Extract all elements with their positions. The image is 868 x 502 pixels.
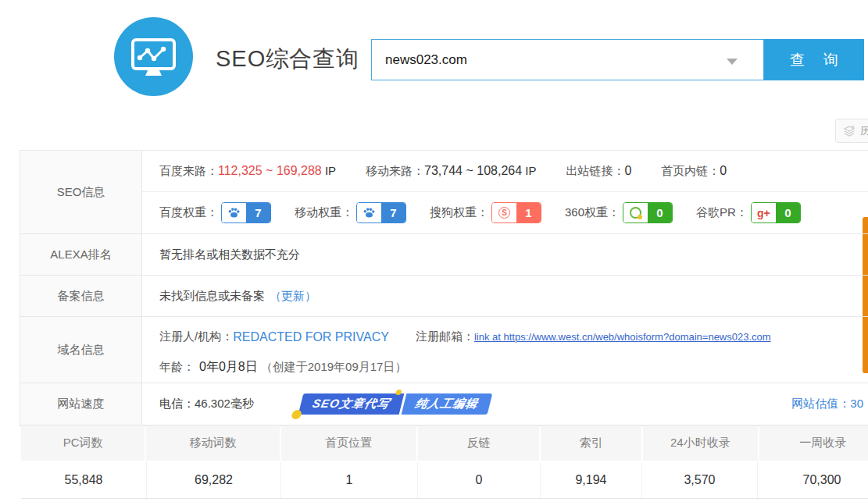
stats-value-cell: 1 <box>280 462 417 498</box>
weight-item: 移动权重：7 <box>295 202 406 223</box>
stats-value-cell: 3,570 <box>641 462 757 498</box>
row-label: 域名信息 <box>20 317 142 383</box>
stats-column-header: PC词数 <box>21 425 145 461</box>
page-title: SEO综合查询 <box>216 44 359 75</box>
weight-value: 7 <box>381 203 405 223</box>
ad-dot-icon <box>291 410 302 419</box>
homepage-inner-links: 首页内链：0 <box>661 164 727 179</box>
stats-value-row: 55,84869,282109,1943,57070,300 <box>21 462 868 499</box>
google-plus-icon: g+ <box>752 203 776 223</box>
stats-value-cell: 55,848 <box>21 462 146 498</box>
stats-column-header: 移动词数 <box>146 425 279 461</box>
stats-column-header: 首页位置 <box>281 425 416 461</box>
row-seo-info: SEO信息 百度来路：112,325 ~ 169,288 IP 移动来路：73,… <box>20 151 868 234</box>
weight-label: 移动权重： <box>295 205 353 220</box>
weight-label: 百度权重： <box>159 205 218 220</box>
search-bar: 查 询 <box>371 39 864 80</box>
stats-value-cell: 9,194 <box>540 462 641 498</box>
seo-writing-ad-banner[interactable]: SEO文章代写 纯人工编辑 <box>298 393 492 415</box>
row-label: 备案信息 <box>20 276 142 316</box>
stats-value-cell: 70,300 <box>757 462 868 498</box>
baidu-traffic: 百度来路：112,325 ~ 169,288 IP <box>159 164 336 179</box>
row-alexa: ALEXA排名 暂无排名或相关数据不充分 <box>20 234 868 276</box>
weight-value: 0 <box>648 203 672 223</box>
registrant-value: REDACTED FOR PRIVACY <box>233 330 389 344</box>
weight-badge[interactable]: 7 <box>356 202 406 223</box>
row-site-speed: 网站速度 电信：46.302毫秒 SEO文章代写 纯人工编辑 网站估值：30 <box>20 383 868 425</box>
weight-value: 1 <box>516 203 541 223</box>
stats-column-header: 24小时收录 <box>643 425 758 461</box>
mobile-traffic: 移动来路：73,744 ~ 108,264 IP <box>366 164 536 179</box>
history-button[interactable]: 历史 <box>835 119 868 143</box>
weight-value: 0 <box>776 203 800 223</box>
stats-column-header: 索引 <box>541 425 641 461</box>
site-logo-chart-monitor-icon <box>114 17 193 96</box>
seo-info-table: SEO信息 百度来路：112,325 ~ 169,288 IP 移动来路：73,… <box>20 150 868 426</box>
weight-item: 搜狗权重：S1 <box>430 202 541 223</box>
baidu-traffic-value: 112,325 ~ 169,288 <box>218 164 322 177</box>
layers-icon <box>843 125 855 137</box>
baidu-paw-icon <box>357 203 381 223</box>
outbound-links: 出站链接：0 <box>566 164 631 179</box>
email-label: 注册邮箱： <box>416 329 474 344</box>
homepage-inner-links-value: 0 <box>720 164 727 177</box>
weights-line: 百度权重：7移动权重：7搜狗权重：S1360权重：0谷歌PR：g+0 <box>142 192 868 233</box>
stats-column-header: 反链 <box>418 425 539 461</box>
weight-label: 360权重： <box>565 205 620 220</box>
telecom-speed: 电信：46.302毫秒 <box>159 397 254 411</box>
row-beian: 备案信息 未找到信息或未备案 （更新） <box>20 276 868 317</box>
weight-item: 谷歌PR：g+0 <box>696 202 801 223</box>
site-valuation-link[interactable]: 网站估值：30 <box>791 383 863 425</box>
mobile-traffic-value: 73,744 ~ 108,264 <box>424 164 522 177</box>
traffic-line: 百度来路：112,325 ~ 169,288 IP 移动来路：73,744 ~ … <box>142 151 868 192</box>
sogou-s-icon: S <box>492 203 516 223</box>
alexa-text: 暂无排名或相关数据不充分 <box>142 234 868 275</box>
weight-badge[interactable]: S1 <box>491 202 541 223</box>
stats-value-cell: 0 <box>417 462 540 498</box>
row-label: SEO信息 <box>20 151 142 233</box>
keyword-stats-table: PC词数移动词数首页位置反链索引24小时收录一周收录 55,84869,2821… <box>21 425 868 499</box>
history-button-label: 历史 <box>860 124 868 138</box>
age-line: 年龄： 0年0月8日 （创建于2019年09月17日） <box>142 352 868 383</box>
age-note: （创建于2019年09月17日） <box>261 360 407 375</box>
registrant-label: 注册人/机构： <box>159 329 233 344</box>
beian-text: 未找到信息或未备案 <box>159 289 265 304</box>
seo-query-page: { "brand": { "title": "SEO综合查询" }, "sear… <box>0 0 868 502</box>
weight-badge[interactable]: g+0 <box>751 202 801 223</box>
age-value: 0年0月8日 <box>199 359 258 376</box>
weight-value: 7 <box>246 203 270 223</box>
beian-update-link[interactable]: （更新） <box>270 289 316 304</box>
ad-right-text: 纯人工编辑 <box>401 393 492 415</box>
weight-label: 谷歌PR： <box>696 205 748 220</box>
whois-email-link[interactable]: link at https://www.west.cn/web/whoisfor… <box>474 331 771 343</box>
age-label: 年龄： <box>159 360 195 375</box>
row-domain-info: 域名信息 注册人/机构： REDACTED FOR PRIVACY 注册邮箱： … <box>20 317 868 383</box>
weight-item: 百度权重：7 <box>159 202 271 223</box>
ad-left-text: SEO文章代写 <box>298 393 404 415</box>
stats-column-header: 一周收录 <box>759 425 868 461</box>
outbound-links-value: 0 <box>624 164 631 177</box>
domain-search-input[interactable] <box>371 39 764 80</box>
weight-badge[interactable]: 0 <box>623 202 673 223</box>
weight-label: 搜狗权重： <box>430 205 488 220</box>
stats-header-row: PC词数移动词数首页位置反链索引24小时收录一周收录 <box>21 425 868 462</box>
circle-360-icon <box>623 203 648 223</box>
chevron-down-icon[interactable] <box>727 59 738 65</box>
registrant-line: 注册人/机构： REDACTED FOR PRIVACY 注册邮箱： link … <box>142 322 868 352</box>
row-label: ALEXA排名 <box>20 234 142 275</box>
row-label: 网站速度 <box>20 383 142 425</box>
stats-value-cell: 69,282 <box>146 462 280 498</box>
weight-badge[interactable]: 7 <box>221 202 271 223</box>
baidu-paw-icon <box>222 203 246 223</box>
query-button[interactable]: 查 询 <box>764 39 864 80</box>
weight-item: 360权重：0 <box>565 202 673 223</box>
